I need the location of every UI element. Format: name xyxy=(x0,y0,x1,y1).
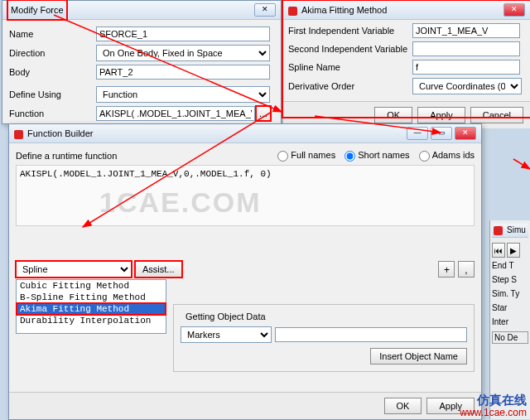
cancel-button[interactable]: Cancel xyxy=(470,107,523,123)
object-type-select[interactable]: Markers xyxy=(181,326,272,343)
sim-row[interactable]: End T xyxy=(492,261,528,270)
modify-force-title: Modify Force xyxy=(7,0,67,20)
akima-body: First Independent Variable Second Indepe… xyxy=(283,20,530,101)
minimize-icon[interactable]: — xyxy=(407,127,428,140)
define-using-label: Define Using xyxy=(9,89,96,99)
adams-ids-radio[interactable] xyxy=(419,151,430,162)
deriv-order-select[interactable]: Curve Coordinates (0) xyxy=(412,78,522,94)
akima-title: Akima Fitting Method xyxy=(301,5,387,15)
list-item[interactable]: Akima Fitting Method xyxy=(17,303,166,315)
insert-object-button[interactable]: Insert Object Name xyxy=(370,348,467,364)
play-icon[interactable]: ▶ xyxy=(507,243,520,258)
modify-force-window: Modify Force ✕ Name Direction On One Bod… xyxy=(2,0,282,124)
sim-row[interactable]: Step S xyxy=(492,275,528,284)
body-field[interactable] xyxy=(96,65,270,80)
apply-button[interactable]: Apply xyxy=(417,107,465,123)
function-builder-window: Function Builder — ▭ ✕ Define a runtime … xyxy=(8,123,482,420)
define-label: Define a runtime function xyxy=(16,151,117,161)
ok-button[interactable]: OK xyxy=(384,398,422,414)
full-names-label: Full names xyxy=(291,150,335,160)
list-item[interactable]: Cubic Fitting Method xyxy=(17,280,166,292)
svg-line-3 xyxy=(513,159,530,169)
second-var-field[interactable] xyxy=(412,41,520,56)
direction-select[interactable]: On One Body, Fixed in Space xyxy=(96,45,270,61)
full-names-radio[interactable] xyxy=(277,151,288,162)
builder-titlebar[interactable]: Function Builder — ▭ ✕ xyxy=(9,124,481,143)
rewind-icon[interactable]: ⏮ xyxy=(492,243,505,258)
object-name-field[interactable] xyxy=(275,327,467,342)
sim-row[interactable]: Sim. Ty xyxy=(492,289,528,298)
ok-button[interactable]: OK xyxy=(374,107,412,123)
list-item[interactable]: B-Spline Fitting Method xyxy=(17,292,166,303)
function-ellipsis-button[interactable]: … xyxy=(256,106,271,121)
expression-area[interactable]: AKISPL(.MODEL_1.JOINT_1_MEA_V,0,.MODEL_1… xyxy=(16,165,475,226)
define-using-select[interactable]: Function xyxy=(96,86,270,103)
sim-row[interactable]: No De xyxy=(492,331,528,344)
name-field[interactable] xyxy=(96,27,270,41)
adams-ids-label: Adams ids xyxy=(432,150,475,160)
name-mode-group: Full names Short names Adams ids xyxy=(271,150,475,162)
close-icon[interactable]: ✕ xyxy=(254,3,276,17)
sim-row[interactable]: Star xyxy=(492,303,528,312)
comma-button[interactable]: , xyxy=(458,261,475,278)
close-icon[interactable]: ✕ xyxy=(504,3,525,17)
modify-force-titlebar[interactable]: Modify Force ✕ xyxy=(2,1,281,20)
getting-object-data: Getting Object Data Markers Insert Objec… xyxy=(173,304,475,372)
akima-titlebar[interactable]: Akima Fitting Method ✕ xyxy=(283,1,530,20)
short-names-radio[interactable] xyxy=(344,151,355,162)
sim-title: Simu xyxy=(507,225,526,234)
spline-name-label: Spline Name xyxy=(288,62,412,72)
second-var-label: Second Independent Variable xyxy=(288,44,412,54)
sim-row[interactable]: Inter xyxy=(492,317,528,326)
app-icon xyxy=(14,130,23,139)
get-data-label: Getting Object Data xyxy=(182,311,269,321)
akima-window: Akima Fitting Method ✕ First Independent… xyxy=(282,0,530,118)
builder-body: Define a runtime function Full names Sho… xyxy=(9,143,481,420)
assist-button[interactable]: Assist... xyxy=(135,261,182,278)
app-icon xyxy=(288,7,297,16)
plus-button[interactable]: + xyxy=(438,261,455,278)
deriv-order-label: Derivative Order xyxy=(288,81,412,91)
function-field[interactable] xyxy=(96,106,255,121)
body-label: Body xyxy=(9,67,96,77)
spline-name-field[interactable] xyxy=(412,60,520,75)
first-var-label: First Independent Variable xyxy=(288,26,412,36)
simulation-panel: Simu ⏮ ▶ End T Step S Sim. Ty Star Inter… xyxy=(489,220,530,419)
method-list[interactable]: Cubic Fitting Method B-Spline Fitting Me… xyxy=(16,279,166,334)
builder-title: Function Builder xyxy=(27,128,94,138)
modify-force-body: Name Direction On One Body, Fixed in Spa… xyxy=(2,20,281,131)
category-select[interactable]: Spline xyxy=(16,261,132,278)
function-label: Function xyxy=(9,109,96,118)
name-label: Name xyxy=(9,29,96,39)
first-var-field[interactable] xyxy=(412,23,520,38)
short-names-label: Short names xyxy=(358,150,409,160)
list-item[interactable]: Durability Interpolation xyxy=(17,315,166,326)
close-icon[interactable]: ✕ xyxy=(455,127,476,140)
maximize-icon[interactable]: ▭ xyxy=(431,127,452,140)
app-icon xyxy=(494,226,503,235)
url-watermark: www.1cae.com xyxy=(460,407,527,418)
direction-label: Direction xyxy=(9,48,96,58)
